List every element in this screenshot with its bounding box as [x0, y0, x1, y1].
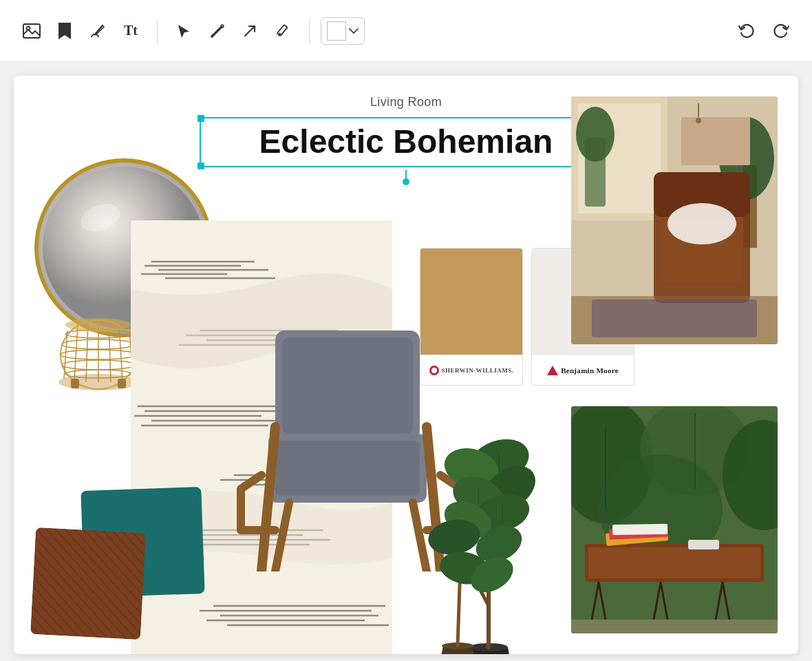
- sw-logo-inner: [431, 368, 437, 373]
- swatch-logo-sw: SHERWIN-WILLIAMS.: [420, 355, 522, 385]
- selection-handle-tl[interactable]: [197, 115, 204, 122]
- color-picker-button[interactable]: [321, 17, 365, 45]
- bm-brand-text: Benjamin Moore: [561, 366, 619, 375]
- svg-line-3: [245, 26, 255, 36]
- svg-rect-112: [592, 300, 757, 337]
- swatch-logo-bm: Benjamin Moore: [532, 355, 634, 385]
- svg-line-10: [74, 324, 78, 381]
- tool-group-drawing: [169, 16, 298, 46]
- sw-brand-badge: SHERWIN-WILLIAMS.: [429, 366, 514, 375]
- photo-table-bottom-right[interactable]: [571, 406, 778, 633]
- main-heading[interactable]: Eclectic Bohemian: [212, 124, 600, 160]
- svg-rect-22: [71, 379, 79, 388]
- svg-point-115: [696, 118, 701, 123]
- svg-rect-23: [118, 379, 126, 388]
- swatch-color-sw: [420, 249, 522, 355]
- svg-rect-128: [688, 540, 719, 549]
- svg-rect-80: [282, 337, 413, 434]
- svg-line-14: [119, 324, 122, 381]
- chevron-down-icon: [349, 28, 359, 34]
- photo-room-top-right[interactable]: [571, 96, 778, 344]
- undo-button[interactable]: [732, 16, 762, 46]
- main-heading-wrapper[interactable]: Eclectic Bohemian: [200, 117, 612, 167]
- svg-rect-0: [23, 24, 40, 38]
- svg-rect-129: [571, 620, 778, 633]
- design-canvas: Living Room Eclectic Bohemian: [14, 76, 798, 654]
- svg-point-110: [667, 203, 736, 244]
- toolbar-divider-2: [309, 19, 310, 43]
- image-tool-button[interactable]: [17, 16, 47, 46]
- text-tool-button[interactable]: Tt: [116, 16, 146, 46]
- select-tool-button[interactable]: [169, 16, 199, 46]
- bm-logo-icon: [547, 366, 558, 375]
- svg-rect-127: [612, 524, 667, 535]
- svg-point-21: [65, 318, 131, 332]
- pen-tool-button[interactable]: [202, 16, 232, 46]
- pillow-brown-element[interactable]: [30, 527, 146, 640]
- tool-group-color: [321, 17, 365, 45]
- toolbar-divider-1: [157, 19, 158, 43]
- bookmark-tool-button[interactable]: [50, 16, 80, 46]
- svg-rect-124: [588, 547, 760, 578]
- plant-element[interactable]: [420, 399, 551, 654]
- svg-rect-82: [275, 441, 420, 496]
- redo-button[interactable]: [765, 16, 795, 46]
- selection-handle-bottom[interactable]: [403, 178, 409, 185]
- tool-group-media: Tt: [17, 16, 146, 46]
- sw-logo-icon: [429, 366, 439, 375]
- room-title: Living Room: [370, 95, 442, 109]
- undo-redo-group: [732, 16, 795, 46]
- color-swatch: [327, 21, 346, 41]
- sw-brand-text: SHERWIN-WILLIAMS.: [442, 367, 514, 374]
- selection-box: Eclectic Bohemian: [200, 117, 612, 167]
- pencil-tool-button[interactable]: [268, 16, 298, 46]
- toolbar: Tt: [0, 0, 812, 62]
- rattan-basket-element[interactable]: [54, 317, 143, 392]
- arrow-tool-button[interactable]: [235, 16, 265, 46]
- swatch-card-sw[interactable]: SHERWIN-WILLIAMS.: [420, 248, 523, 386]
- svg-rect-113: [681, 117, 750, 165]
- svg-point-104: [576, 107, 615, 162]
- bm-brand-badge: Benjamin Moore: [547, 366, 619, 375]
- brush-tool-button[interactable]: [83, 16, 113, 46]
